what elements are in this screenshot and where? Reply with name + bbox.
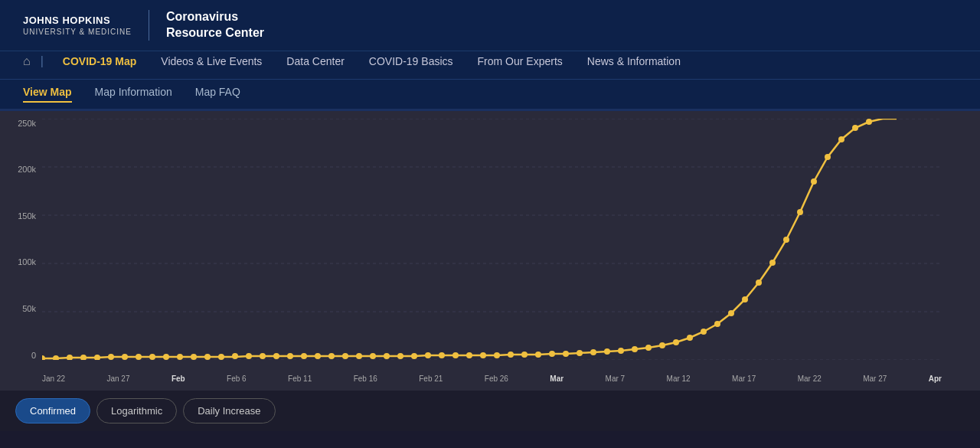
x-label-mar22: Mar 22 <box>798 374 822 383</box>
y-label-50k: 50k <box>0 304 36 313</box>
svg-point-28 <box>342 353 348 359</box>
svg-point-44 <box>563 351 569 357</box>
daily-increase-button[interactable]: Daily Increase <box>183 398 275 423</box>
svg-point-63 <box>825 154 831 160</box>
svg-point-60 <box>783 237 789 243</box>
svg-point-56 <box>728 310 734 316</box>
svg-point-31 <box>384 353 390 359</box>
svg-point-39 <box>494 352 500 358</box>
svg-point-24 <box>287 353 293 359</box>
subnav-view-map[interactable]: View Map <box>23 86 72 103</box>
svg-point-21 <box>246 353 252 359</box>
svg-point-34 <box>425 352 431 358</box>
svg-point-64 <box>838 136 844 142</box>
svg-point-62 <box>811 178 817 185</box>
svg-point-55 <box>714 321 720 327</box>
y-label-100k: 100k <box>0 257 36 267</box>
svg-point-45 <box>577 350 583 356</box>
svg-point-27 <box>328 353 335 359</box>
chart-container: 250k 200k 150k 100k 50k 0 <box>0 111 980 391</box>
chart-svg <box>42 119 942 360</box>
svg-point-47 <box>604 348 610 355</box>
svg-point-10 <box>94 355 100 360</box>
svg-point-36 <box>452 352 459 358</box>
site-title-line2: Resource Center <box>166 25 264 41</box>
svg-point-52 <box>673 339 679 345</box>
svg-point-40 <box>508 352 514 358</box>
x-label-apr: Apr <box>929 374 942 383</box>
logo-name: JOHNS HOPKINS <box>23 15 132 28</box>
svg-point-22 <box>260 353 266 359</box>
logo-subtitle: UNIVERSITY & MEDICINE <box>23 28 132 36</box>
svg-point-59 <box>769 260 776 266</box>
logo-area: JOHNS HOPKINS UNIVERSITY & MEDICINE Coro… <box>23 9 264 41</box>
svg-point-41 <box>521 352 528 358</box>
x-label-feb11: Feb 11 <box>288 374 312 383</box>
nav-item-covid-map[interactable]: COVID-19 Map <box>54 51 145 71</box>
main-nav: ⌂ | COVID-19 Map Videos & Live Events Da… <box>0 51 980 79</box>
svg-point-16 <box>177 354 183 360</box>
svg-point-58 <box>756 280 762 286</box>
svg-point-14 <box>149 354 155 360</box>
svg-point-13 <box>136 354 142 360</box>
svg-point-17 <box>191 354 197 360</box>
svg-point-50 <box>645 345 652 351</box>
svg-point-49 <box>632 346 638 352</box>
logarithmic-button[interactable]: Logarithmic <box>96 398 177 423</box>
y-label-200k: 200k <box>0 165 36 174</box>
svg-point-65 <box>852 125 858 131</box>
svg-point-25 <box>301 353 307 359</box>
svg-point-8 <box>67 355 73 360</box>
svg-point-9 <box>80 355 87 360</box>
svg-point-23 <box>273 353 279 359</box>
svg-point-42 <box>535 352 541 358</box>
x-label-feb: Feb <box>172 374 185 383</box>
svg-point-43 <box>549 351 555 357</box>
y-label-0: 0 <box>0 351 36 360</box>
nav-item-experts[interactable]: From Our Experts <box>469 51 572 71</box>
nav-separator: | <box>41 54 44 68</box>
home-icon[interactable]: ⌂ <box>23 54 31 68</box>
svg-point-12 <box>122 354 128 360</box>
svg-point-26 <box>315 353 321 359</box>
nav-item-videos[interactable]: Videos & Live Events <box>152 51 271 71</box>
x-label-jan22: Jan 22 <box>42 374 65 383</box>
svg-point-57 <box>742 296 748 302</box>
svg-point-18 <box>204 354 211 360</box>
svg-point-15 <box>163 354 169 360</box>
header: JOHNS HOPKINS UNIVERSITY & MEDICINE Coro… <box>0 0 980 51</box>
svg-point-29 <box>356 353 362 359</box>
confirmed-button[interactable]: Confirmed <box>15 398 90 423</box>
x-label-feb26: Feb 26 <box>485 374 508 383</box>
svg-point-54 <box>701 329 707 335</box>
bottom-bar: Confirmed Logarithmic Daily Increase <box>0 391 980 431</box>
svg-point-48 <box>618 348 624 354</box>
svg-point-33 <box>411 353 417 359</box>
svg-point-61 <box>797 209 803 215</box>
svg-point-46 <box>590 349 596 355</box>
svg-point-11 <box>108 354 114 360</box>
x-label-jan27: Jan 27 <box>106 374 129 383</box>
x-label-feb21: Feb 21 <box>419 374 443 383</box>
site-title-line1: Coronavirus <box>166 9 264 25</box>
x-label-mar12: Mar 12 <box>667 374 691 383</box>
nav-item-data-center[interactable]: Data Center <box>277 51 353 71</box>
svg-point-6 <box>42 355 45 360</box>
svg-point-30 <box>370 353 376 359</box>
x-label-mar: Mar <box>550 374 564 383</box>
subnav-map-faq[interactable]: Map FAQ <box>195 86 240 103</box>
x-label-mar7: Mar 7 <box>606 374 626 383</box>
svg-point-32 <box>397 353 403 359</box>
subnav-map-info[interactable]: Map Information <box>95 86 172 103</box>
svg-point-19 <box>218 354 224 360</box>
svg-point-51 <box>659 342 665 348</box>
nav-item-basics[interactable]: COVID-19 Basics <box>360 51 462 71</box>
y-axis: 250k 200k 150k 100k 50k 0 <box>0 119 42 360</box>
logo-divider <box>149 10 149 41</box>
svg-point-20 <box>232 353 238 359</box>
y-label-150k: 150k <box>0 211 36 221</box>
svg-point-7 <box>53 355 59 360</box>
x-label-mar17: Mar 17 <box>732 374 756 383</box>
nav-item-news[interactable]: News & Information <box>578 51 690 71</box>
x-label-mar27: Mar 27 <box>863 374 887 383</box>
